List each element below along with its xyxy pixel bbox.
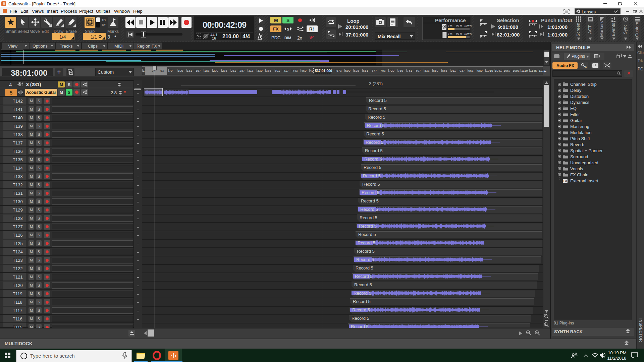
svg-text:FX: FX — [584, 66, 587, 68]
svg-text:S: S — [287, 27, 289, 31]
